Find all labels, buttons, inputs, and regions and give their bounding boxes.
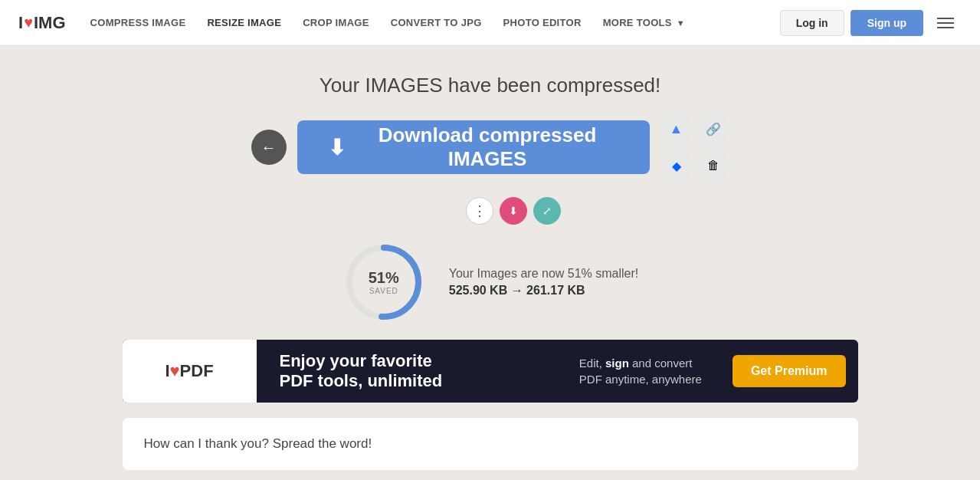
copy-link-button[interactable]: 🔗 — [697, 113, 729, 145]
action-icons: ▲ 🔗 ◆ 🗑 — [660, 113, 729, 182]
menu-line-1 — [937, 18, 954, 19]
menu-line-3 — [937, 27, 954, 28]
dropbox-button[interactable]: ◆ — [660, 150, 693, 182]
dropbox-icon: ◆ — [672, 159, 681, 173]
spread-section: How can I thank you? Spread the word! — [123, 418, 858, 470]
expand-icon: ⤢ — [542, 205, 552, 217]
ad-logo-heart: ♥ — [170, 361, 180, 380]
google-drive-icon: ▲ — [670, 121, 683, 137]
nav-right: Log in Sign up — [780, 10, 962, 36]
dropdown-arrow-icon: ▼ — [677, 18, 685, 28]
ad-right: Edit, sign and convert PDF anytime, anyw… — [564, 355, 717, 387]
stats-size: 525.90 KB → 261.17 KB — [449, 284, 639, 298]
spread-title: How can I thank you? Spread the word! — [144, 436, 837, 452]
circle-text: 51% SAVED — [369, 269, 399, 295]
delete-button[interactable]: 🗑 — [697, 150, 729, 182]
nav-link-crop[interactable]: CROP IMAGE — [303, 17, 369, 28]
download-button-label: Download compressed IMAGES — [356, 123, 619, 171]
logo-suffix: IMG — [34, 13, 66, 33]
mini-download-button[interactable]: ⬇ — [500, 197, 527, 225]
trash-icon: 🗑 — [707, 159, 719, 173]
stats-description: Your Images are now 51% smaller! — [449, 267, 639, 281]
back-button[interactable]: ← — [251, 130, 287, 165]
menu-line-2 — [937, 22, 954, 24]
logo-prefix: I — [18, 13, 23, 33]
nav-link-convert[interactable]: CONVERT TO JPG — [391, 17, 482, 28]
signup-button[interactable]: Sign up — [851, 10, 923, 36]
navbar: I ♥ IMG COMPRESS IMAGE RESIZE IMAGE CROP… — [0, 0, 980, 46]
action-row-bottom: ◆ 🗑 — [660, 150, 729, 182]
nav-links: COMPRESS IMAGE RESIZE IMAGE CROP IMAGE C… — [90, 17, 780, 28]
menu-button[interactable] — [929, 13, 962, 33]
download-row: ← ⬇ Download compressed IMAGES ▲ 🔗 ◆ 🗑 — [251, 113, 729, 182]
link-icon: 🔗 — [706, 122, 721, 136]
nav-link-editor[interactable]: PHOTO EDITOR — [503, 17, 582, 28]
google-drive-button[interactable]: ▲ — [660, 113, 693, 145]
nav-link-more[interactable]: MORE TOOLS ▼ — [603, 17, 685, 28]
ad-content: Enjoy your favorite PDF tools, unlimited — [257, 351, 564, 392]
download-icon: ⬇ — [328, 135, 346, 160]
main-content: Your IMAGES have been compressed! ← ⬇ Do… — [0, 46, 980, 480]
ad-logo-pdf: PDF — [180, 361, 214, 380]
dots-icon: ⋮ — [473, 204, 487, 218]
nav-link-compress[interactable]: COMPRESS IMAGE — [90, 17, 186, 28]
action-row-top: ▲ 🔗 — [660, 113, 729, 145]
get-premium-button[interactable]: Get Premium — [733, 355, 846, 387]
expand-button[interactable]: ⤢ — [533, 197, 561, 225]
ad-banner: I♥PDF Enjoy your favorite PDF tools, unl… — [123, 340, 858, 403]
stats-text: Your Images are now 51% smaller! 525.90 … — [449, 267, 639, 298]
mini-actions: ⋮ ⬇ ⤢ — [466, 197, 561, 225]
circle-label: SAVED — [369, 287, 399, 295]
page-title: Your IMAGES have been compressed! — [320, 74, 661, 97]
ad-subtitle: Edit, sign and convert PDF anytime, anyw… — [579, 355, 702, 387]
download-button[interactable]: ⬇ Download compressed IMAGES — [297, 120, 650, 174]
login-button[interactable]: Log in — [780, 10, 844, 36]
ad-logo: I♥PDF — [165, 361, 213, 381]
mini-download-icon: ⬇ — [509, 205, 518, 217]
progress-circle: 51% SAVED — [342, 240, 426, 324]
stats-section: 51% SAVED Your Images are now 51% smalle… — [342, 240, 639, 324]
options-button[interactable]: ⋮ — [466, 197, 493, 225]
ad-logo-section: I♥PDF — [123, 340, 257, 403]
circle-percent: 51% — [369, 269, 399, 287]
back-arrow-icon: ← — [261, 139, 277, 156]
logo[interactable]: I ♥ IMG — [18, 13, 66, 33]
ad-title: Enjoy your favorite PDF tools, unlimited — [280, 351, 541, 392]
logo-heart: ♥ — [24, 14, 33, 31]
nav-link-resize[interactable]: RESIZE IMAGE — [207, 17, 281, 28]
